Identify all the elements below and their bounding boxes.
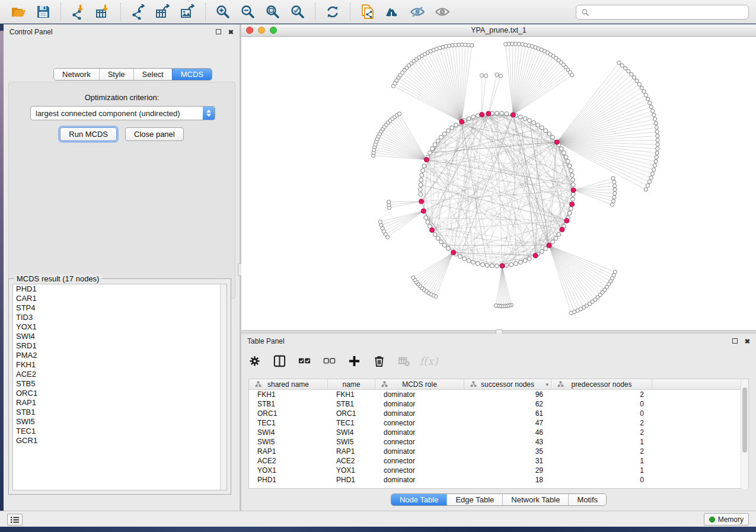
cell-shared-name[interactable]: SWI4 <box>249 428 328 437</box>
mcds-hub-node[interactable] <box>460 120 464 124</box>
mcds-node-item[interactable]: STB5 <box>13 379 227 389</box>
cell-predecessor-nodes[interactable]: 2 <box>551 428 652 437</box>
cell-predecessor-nodes[interactable]: 0 <box>551 399 652 409</box>
cell-shared-name[interactable]: ACE2 <box>249 456 328 466</box>
cell-MCDS-role[interactable]: connector <box>375 456 464 466</box>
refresh-icon[interactable] <box>324 4 342 20</box>
show-panels-button[interactable] <box>7 514 23 525</box>
mcds-hub-node[interactable] <box>424 158 429 162</box>
cell-name[interactable]: PHD1 <box>328 475 375 485</box>
network-window-titlebar[interactable]: YPA_prune.txt_1 <box>241 24 756 37</box>
cell-name[interactable]: SWI5 <box>328 437 375 447</box>
float-panel-icon[interactable] <box>216 29 221 36</box>
cell-predecessor-nodes[interactable]: 2 <box>551 418 652 428</box>
open-folder-icon[interactable] <box>9 4 27 20</box>
cell-successor-nodes[interactable]: 47 <box>464 418 551 428</box>
show-all-icon[interactable] <box>433 4 451 20</box>
network-canvas[interactable] <box>241 37 756 330</box>
clone-network-icon[interactable] <box>359 4 377 20</box>
tab-node-table[interactable]: Node Table <box>391 494 447 505</box>
cell-MCDS-role[interactable]: connector <box>375 466 464 475</box>
mcds-node-item[interactable]: FKH1 <box>13 360 227 370</box>
cell-shared-name[interactable]: SWI5 <box>249 437 328 447</box>
mcds-list-scrollbar[interactable] <box>220 284 227 490</box>
cell-MCDS-role[interactable]: dominator <box>375 390 464 399</box>
mcds-hub-node[interactable] <box>480 113 484 117</box>
column-header-name[interactable]: name <box>328 379 375 389</box>
cell-predecessor-nodes[interactable]: 1 <box>551 437 652 447</box>
mcds-hub-node[interactable] <box>421 209 426 213</box>
cell-predecessor-nodes[interactable]: 0 <box>551 475 652 485</box>
cell-shared-name[interactable]: RAP1 <box>249 447 328 456</box>
mcds-hub-node[interactable] <box>419 199 424 204</box>
cell-MCDS-role[interactable]: dominator <box>375 447 464 456</box>
mcds-hub-node[interactable] <box>511 113 515 117</box>
table-row[interactable]: RAP1RAP1dominator352 <box>249 447 748 456</box>
export-table-icon[interactable] <box>154 4 172 20</box>
gear-icon[interactable] <box>247 354 261 368</box>
table-row[interactable]: SWI4SWI4dominator462 <box>249 428 748 437</box>
cell-successor-nodes[interactable]: 43 <box>464 437 551 447</box>
tab-edge-table[interactable]: Edge Table <box>446 494 502 505</box>
close-panel-button[interactable]: Close panel <box>125 127 184 141</box>
cell-MCDS-role[interactable]: dominator <box>375 475 464 485</box>
cell-predecessor-nodes[interactable]: 1 <box>551 456 652 466</box>
import-network-icon[interactable] <box>69 4 87 20</box>
mcds-hub-node[interactable] <box>533 253 538 258</box>
cell-predecessor-nodes[interactable]: 2 <box>551 390 652 399</box>
column-header-predecessor-nodes[interactable]: predecessor nodes <box>551 379 652 389</box>
cell-MCDS-role[interactable]: dominator <box>375 409 464 418</box>
mcds-node-item[interactable]: ACE2 <box>13 370 227 379</box>
run-mcds-button[interactable]: Run MCDS <box>60 127 117 141</box>
table-row[interactable]: YOX1YOX1connector291 <box>249 466 748 475</box>
column-header-shared-name[interactable]: shared name <box>249 379 328 389</box>
mcds-node-item[interactable]: TEC1 <box>13 427 227 436</box>
cell-shared-name[interactable]: PHD1 <box>249 475 328 485</box>
hide-selected-icon[interactable] <box>409 4 426 20</box>
tab-mcds[interactable]: MCDS <box>172 69 212 80</box>
mcds-node-item[interactable]: STB1 <box>13 408 227 417</box>
mcds-node-item[interactable]: YOX1 <box>13 322 227 332</box>
cell-name[interactable]: ORC1 <box>328 409 375 418</box>
add-icon[interactable] <box>347 354 361 368</box>
cell-shared-name[interactable]: YOX1 <box>249 466 328 475</box>
table-row[interactable]: PHD1PHD1dominator180 <box>249 475 748 485</box>
mcds-hub-node[interactable] <box>570 202 575 207</box>
tab-motifs[interactable]: Motifs <box>568 494 606 505</box>
tab-style[interactable]: Style <box>99 69 133 80</box>
cell-successor-nodes[interactable]: 29 <box>464 466 551 475</box>
column-header-successor-nodes[interactable]: successor nodes▾ <box>464 379 551 389</box>
search-input[interactable] <box>593 8 744 17</box>
cell-name[interactable]: SWI4 <box>328 428 375 437</box>
mcds-node-item[interactable]: SWI4 <box>13 332 227 341</box>
mcds-hub-node[interactable] <box>486 111 491 116</box>
network-graph[interactable] <box>241 37 756 330</box>
mcds-node-item[interactable]: ORC1 <box>13 389 227 398</box>
mcds-node-item[interactable]: RAP1 <box>13 398 227 408</box>
table-row[interactable]: TEC1TEC1connector472 <box>249 418 748 428</box>
cell-MCDS-role[interactable]: connector <box>375 437 464 447</box>
mcds-hub-node[interactable] <box>560 227 564 232</box>
tab-select[interactable]: Select <box>133 69 172 80</box>
mcds-hub-node[interactable] <box>554 140 559 145</box>
export-network-icon[interactable] <box>129 4 147 20</box>
cell-successor-nodes[interactable]: 46 <box>464 428 551 437</box>
mcds-node-item[interactable]: SRD1 <box>13 341 227 351</box>
cell-name[interactable]: TEC1 <box>328 418 375 428</box>
zoom-selected-icon[interactable] <box>289 4 307 20</box>
mcds-node-item[interactable]: SWI5 <box>13 417 227 427</box>
table-row[interactable]: ORC1ORC1dominator610 <box>249 409 748 418</box>
cell-shared-name[interactable]: STB1 <box>249 399 328 409</box>
cell-name[interactable]: STB1 <box>328 399 375 409</box>
cell-MCDS-role[interactable]: dominator <box>375 428 464 437</box>
mcds-result-list[interactable]: PHD1CAR1STP4TID3YOX1SWI4SRD1PMA2FKH1ACE2… <box>12 284 227 491</box>
cell-name[interactable]: FKH1 <box>328 390 375 399</box>
cell-successor-nodes[interactable]: 62 <box>464 399 551 409</box>
cell-MCDS-role[interactable]: connector <box>375 418 464 428</box>
close-panel-icon[interactable]: ✖ <box>228 29 234 36</box>
table-row[interactable]: FKH1FKH1dominator962 <box>249 390 748 399</box>
table-row[interactable]: SWI5SWI5connector431 <box>249 437 748 447</box>
export-image-icon[interactable] <box>179 4 197 20</box>
cell-successor-nodes[interactable]: 31 <box>464 456 551 466</box>
cell-MCDS-role[interactable]: dominator <box>375 399 464 409</box>
